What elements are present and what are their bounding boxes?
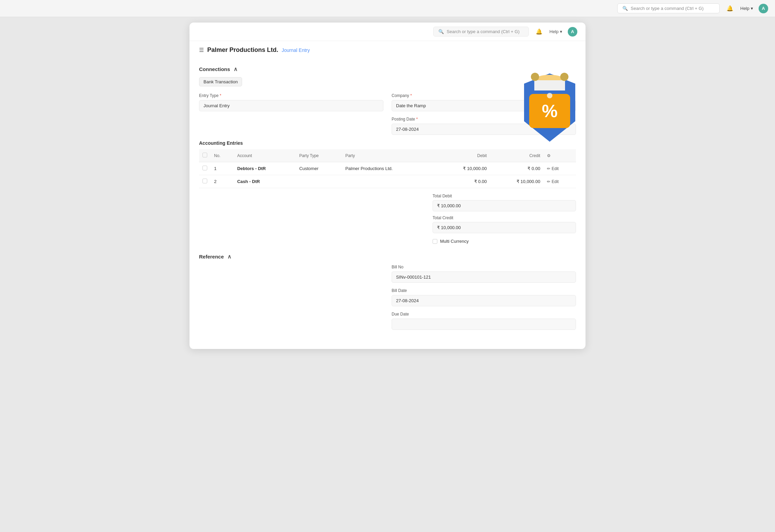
connections-toggle[interactable]: ∧ bbox=[234, 66, 238, 72]
row1-checkbox-cell bbox=[199, 162, 211, 175]
header-checkbox[interactable] bbox=[202, 153, 207, 157]
bill-date-label: Bill Date bbox=[392, 288, 576, 293]
row2-checkbox[interactable] bbox=[202, 179, 207, 183]
bill-no-input[interactable] bbox=[392, 271, 576, 283]
accounting-entries-title: Accounting Entries bbox=[199, 140, 576, 146]
company-label: Company * bbox=[392, 93, 576, 98]
row1-checkbox[interactable] bbox=[202, 166, 207, 170]
reference-toggle[interactable]: ∧ bbox=[227, 253, 231, 260]
th-credit: Credit bbox=[490, 149, 544, 162]
entry-type-required: * bbox=[220, 93, 221, 98]
totals-section: Total Debit ₹ 10,000.00 Total Credit ₹ 1… bbox=[433, 194, 576, 244]
company-input[interactable] bbox=[392, 100, 576, 111]
accounting-entries-table: No. Account Party Type Party Debit Credi… bbox=[199, 149, 576, 188]
app-bell-icon[interactable]: 🔔 bbox=[534, 27, 544, 37]
th-no: No. bbox=[211, 149, 234, 162]
browser-search-placeholder: Search or type a command (Ctrl + G) bbox=[631, 6, 704, 11]
connections-section-header: Connections ∧ bbox=[199, 66, 576, 72]
breadcrumb-current[interactable]: Journal Entry bbox=[282, 47, 310, 53]
table-header-row: No. Account Party Type Party Debit Credi… bbox=[199, 149, 576, 162]
row1-edit-cell: ✏ Edit bbox=[544, 162, 576, 175]
hamburger-icon[interactable]: ☰ bbox=[199, 47, 204, 53]
due-date-input[interactable] bbox=[392, 319, 576, 330]
row1-credit: ₹ 0.00 bbox=[490, 162, 544, 175]
total-credit-label: Total Credit bbox=[433, 215, 576, 220]
total-credit-value: ₹ 10,000.00 bbox=[433, 222, 576, 233]
multi-currency-label: Multi Currency bbox=[440, 239, 469, 244]
reference-form-row-3: Due Date bbox=[199, 312, 576, 330]
browser-avatar[interactable]: A bbox=[759, 4, 768, 13]
entry-type-label: Entry Type * bbox=[199, 93, 383, 98]
due-date-group: Due Date bbox=[392, 312, 576, 330]
entry-type-group: Entry Type * bbox=[199, 93, 383, 111]
browser-search-bar[interactable]: 🔍 Search or type a command (Ctrl + G) bbox=[617, 3, 720, 13]
app-window: 🔍 Search or type a command (Ctrl + G) 🔔 … bbox=[189, 23, 586, 349]
svg-rect-4 bbox=[534, 80, 565, 90]
app-help-button[interactable]: Help ▾ bbox=[549, 29, 562, 34]
reference-section: Reference ∧ Bill No Bill Date bbox=[199, 253, 576, 330]
th-party: Party bbox=[342, 149, 437, 162]
bank-transaction-tag[interactable]: Bank Transaction bbox=[199, 77, 242, 86]
app-topbar: 🔍 Search or type a command (Ctrl + G) 🔔 … bbox=[189, 23, 586, 41]
bill-date-input[interactable] bbox=[392, 295, 576, 306]
row2-debit: ₹ 0.00 bbox=[437, 175, 490, 188]
app-search-placeholder: Search or type a command (Ctrl + G) bbox=[447, 29, 520, 34]
bill-no-label: Bill No bbox=[392, 265, 576, 269]
reference-section-header: Reference ∧ bbox=[199, 253, 576, 260]
svg-point-6 bbox=[560, 73, 568, 81]
browser-bell-icon[interactable]: 🔔 bbox=[725, 4, 735, 13]
table-row: 1 Debtors - DtR Customer Palmer Producti… bbox=[199, 162, 576, 175]
th-debit: Debit bbox=[437, 149, 490, 162]
svg-point-3 bbox=[534, 75, 565, 86]
svg-point-5 bbox=[531, 73, 539, 81]
multi-currency-checkbox[interactable] bbox=[433, 239, 437, 244]
row1-account: Debtors - DtR bbox=[234, 162, 296, 175]
due-date-label: Due Date bbox=[392, 312, 576, 317]
th-checkbox bbox=[199, 149, 211, 162]
browser-help-button[interactable]: Help ▾ bbox=[740, 6, 753, 11]
company-required: * bbox=[410, 93, 412, 98]
total-credit-row: Total Credit ₹ 10,000.00 bbox=[433, 215, 576, 233]
th-party-type: Party Type bbox=[296, 149, 342, 162]
form-row-2: Posting Date * bbox=[199, 117, 576, 135]
posting-date-required: * bbox=[416, 117, 418, 122]
row2-party bbox=[342, 175, 437, 188]
total-debit-value: ₹ 10,000.00 bbox=[433, 200, 576, 211]
browser-chrome: 🔍 Search or type a command (Ctrl + G) 🔔 … bbox=[0, 0, 775, 17]
posting-date-input[interactable] bbox=[392, 124, 576, 135]
row2-party-type bbox=[296, 175, 342, 188]
app-search-bar[interactable]: 🔍 Search or type a command (Ctrl + G) bbox=[433, 27, 529, 37]
company-group: Company * bbox=[392, 93, 576, 111]
app-search-icon: 🔍 bbox=[438, 29, 444, 34]
bill-no-group: Bill No bbox=[392, 265, 576, 283]
row1-debit: ₹ 10,000.00 bbox=[437, 162, 490, 175]
row1-no: 1 bbox=[211, 162, 234, 175]
entry-type-input[interactable] bbox=[199, 100, 383, 111]
th-settings[interactable]: ⚙ bbox=[544, 149, 576, 162]
row1-party-type: Customer bbox=[296, 162, 342, 175]
row2-edit-link[interactable]: ✏ Edit bbox=[547, 179, 573, 184]
reference-form-row-1: Bill No bbox=[199, 265, 576, 283]
th-account: Account bbox=[234, 149, 296, 162]
reference-form-row-2: Bill Date bbox=[199, 288, 576, 306]
total-debit-row: Total Debit ₹ 10,000.00 bbox=[433, 194, 576, 211]
connections-label: Connections bbox=[199, 66, 230, 72]
form-row-1: Entry Type * Company * bbox=[199, 93, 576, 111]
row2-edit-cell: ✏ Edit bbox=[544, 175, 576, 188]
row2-no: 2 bbox=[211, 175, 234, 188]
row2-checkbox-cell bbox=[199, 175, 211, 188]
reference-label: Reference bbox=[199, 254, 224, 260]
row2-account: Cash - DtR bbox=[234, 175, 296, 188]
app-avatar[interactable]: A bbox=[568, 27, 577, 37]
total-debit-label: Total Debit bbox=[433, 194, 576, 198]
bill-date-group: Bill Date bbox=[392, 288, 576, 306]
row1-edit-link[interactable]: ✏ Edit bbox=[547, 166, 573, 171]
row2-credit: ₹ 10,000.00 bbox=[490, 175, 544, 188]
breadcrumb: ☰ Palmer Productions Ltd. Journal Entry bbox=[189, 41, 586, 56]
row1-party: Palmer Productions Ltd. bbox=[342, 162, 437, 175]
posting-date-label: Posting Date * bbox=[392, 117, 576, 122]
content-area: % Connections ∧ Bank Transaction E bbox=[189, 56, 586, 349]
posting-date-group: Posting Date * bbox=[392, 117, 576, 135]
multi-currency-row: Multi Currency bbox=[433, 239, 576, 244]
table-row: 2 Cash - DtR ₹ 0.00 ₹ 10,000.00 ✏ Edit bbox=[199, 175, 576, 188]
